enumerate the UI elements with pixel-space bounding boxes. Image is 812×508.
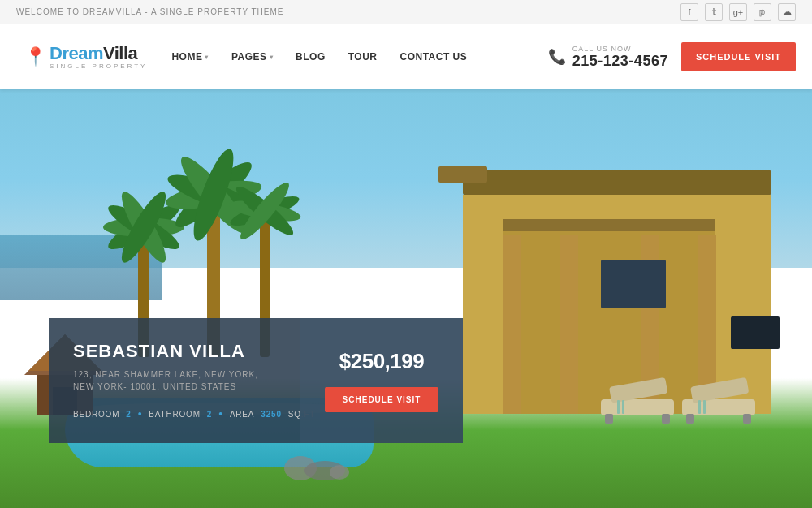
svg-rect-30 [605,414,613,424]
dot-1: • [138,407,143,420]
nav-tour[interactable]: TOUR [348,51,378,62]
googleplus-icon[interactable]: g+ [729,3,747,21]
rocks [284,440,349,484]
call-area: 📞 CALL US NOW 215-123-4567 [548,45,668,70]
bathroom-label: BATHROOM [149,410,200,419]
svg-rect-36 [617,400,620,414]
svg-rect-34 [686,414,694,424]
svg-rect-28 [601,399,674,415]
logo[interactable]: 📍 DreamVilla SINGLE PROPERTY [24,45,147,70]
header-right: 📞 CALL US NOW 215-123-4567 SCHEDULE VISI… [548,42,796,71]
logo-pin-icon: 📍 [24,46,46,67]
nav-pages[interactable]: PAGES ▾ [231,51,273,62]
svg-rect-29 [609,377,667,403]
hero-schedule-visit-button[interactable]: SCHEDULE VISIT [325,387,438,412]
chevron-down-icon: ▾ [205,54,209,61]
svg-rect-17 [463,170,771,195]
top-bar: WELCOME TO DREAMVILLA - A SINGLE PROPERT… [0,0,812,24]
call-label: CALL US NOW [572,45,668,53]
property-info-right: $250,199 SCHEDULE VISIT [300,318,463,443]
nav-blog[interactable]: BLOG [296,51,326,62]
svg-rect-38 [698,400,701,414]
skype-icon[interactable]: ☁ [778,3,796,21]
bedroom-value: 2 [126,410,131,419]
nav-home[interactable]: HOME ▾ [171,51,209,62]
social-icons: f 𝕥 g+ 𝕡 ☁ [680,3,796,21]
area-label: AREA [230,410,254,419]
schedule-visit-button[interactable]: SCHEDULE VISIT [681,42,796,71]
nav-contact[interactable]: CONTACT US [400,51,468,62]
main-nav: HOME ▾ PAGES ▾ BLOG TOUR CONTACT US [171,51,467,62]
pinterest-icon[interactable]: 𝕡 [754,3,771,21]
svg-rect-22 [560,235,578,414]
logo-text: DreamVilla SINGLE PROPERTY [50,45,147,70]
svg-rect-20 [438,166,487,183]
call-text: CALL US NOW 215-123-4567 [572,45,668,70]
bathroom-value: 2 [207,410,212,419]
header: 📍 DreamVilla SINGLE PROPERTY HOME ▾ PAGE… [0,24,812,89]
bedroom-label: BEDROOM [73,410,119,419]
property-name: SEBASTIAN VILLA [73,341,276,362]
area-value: 3250 [261,410,281,419]
lounge-chairs [601,375,763,443]
logo-sub: SINGLE PROPERTY [50,63,147,70]
phone-icon: 📞 [548,48,566,66]
welcome-text: WELCOME TO DREAMVILLA - A SINGLE PROPERT… [16,7,284,16]
logo-name: DreamVilla [50,45,147,62]
hero-section: SEBASTIAN VILLA 123, NEAR SHAMMER LAKE, … [0,89,812,508]
property-address: 123, NEAR SHAMMER LAKE, NEW YORK, NEW YO… [73,368,276,393]
property-info-overlay: SEBASTIAN VILLA 123, NEAR SHAMMER LAKE, … [49,318,463,443]
svg-rect-32 [682,399,755,415]
property-info-left: SEBASTIAN VILLA 123, NEAR SHAMMER LAKE, … [49,318,300,443]
svg-rect-25 [601,260,666,308]
facebook-icon[interactable]: f [680,3,698,21]
svg-rect-21 [503,235,521,414]
call-number: 215-123-4567 [572,53,668,70]
svg-rect-33 [690,377,749,403]
svg-rect-26 [731,316,780,349]
property-details: BEDROOM 2 • BATHROOM 2 • AREA 3250 SQ.FT [73,407,276,420]
dot-2: • [218,407,223,420]
svg-rect-39 [703,400,706,414]
chevron-down-icon: ▾ [270,54,274,61]
twitter-icon[interactable]: 𝕥 [705,3,723,21]
svg-point-46 [330,465,349,480]
svg-rect-31 [662,414,670,424]
svg-rect-35 [743,414,751,424]
header-left: 📍 DreamVilla SINGLE PROPERTY HOME ▾ PAGE… [24,45,467,70]
svg-rect-37 [622,400,624,414]
svg-rect-27 [503,219,715,231]
property-price: $250,199 [339,349,424,374]
